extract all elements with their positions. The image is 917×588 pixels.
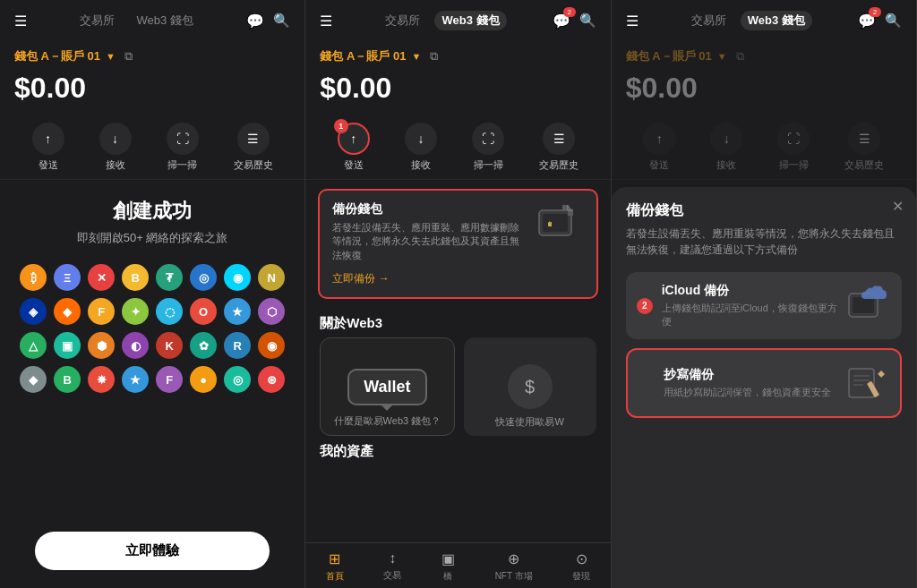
chat-badge-p3: 2 [869,7,881,17]
nav-trade-label: 交易 [383,569,401,582]
chat-icon-p1: 💬 [246,13,264,29]
scan-label-p3: 掃一掃 [779,158,809,172]
scan-btn-p2[interactable]: ⛶ 掃一掃 [472,123,504,172]
chat-badge-p2: 2 [563,7,576,17]
account-dropdown-p1[interactable]: ▼ [106,51,116,62]
svg-rect-4 [853,297,874,313]
hamburger-icon-p3[interactable]: ☰ [626,13,638,30]
panel1-header: ☰ 交易所 Web3 錢包 💬 🔍 [0,0,304,41]
icloud-icon [846,284,891,328]
no-step-spacer [638,375,655,391]
manual-option-desc: 用紙抄寫助記詞保管，錢包資產更安全 [664,386,844,399]
nav-discover[interactable]: ⊙ 發現 [572,550,590,583]
nav-nft[interactable]: ⊕ NFT 市場 [495,550,533,583]
receive-btn-p1[interactable]: ↓ 接收 [99,123,132,172]
send-btn-p1[interactable]: ↑ 發送 [32,123,64,172]
icloud-option-title: iCloud 備份 [662,283,846,299]
search-icon-p3[interactable]: 🔍 [885,13,902,29]
crypto-coin-8: ◈ [20,298,47,325]
history-label-p3: 交易歷史 [844,158,884,172]
panel3-header-right: 💬 2 🔍 [858,13,902,30]
tab-exchange-p2[interactable]: 交易所 [378,11,427,30]
actions-row-p2: 1 ↑ 發送 ↓ 接收 ⛶ 掃一掃 ☰ 交易歷史 [305,115,610,180]
tab-exchange-p1[interactable]: 交易所 [73,11,122,30]
nav-trade[interactable]: ↕ 交易 [383,550,401,583]
start-button[interactable]: 立即體驗 [35,532,270,570]
crypto-coin-30: ◎ [224,366,251,393]
web3-card-how[interactable]: $ 快速使用歐易W [464,337,596,436]
crypto-coin-9: ◆ [54,298,81,325]
crypto-coin-29: ● [190,366,217,393]
crypto-coin-6: ◉ [224,264,251,291]
history-circle-p3: ☰ [848,123,880,155]
crypto-coin-31: ⊛ [258,366,285,393]
copy-icon-p1[interactable]: ⧉ [124,49,133,64]
tab-wallet-p3[interactable]: Web3 錢包 [741,11,812,30]
send-btn-p2[interactable]: 1 ↑ 發送 [338,123,370,172]
scan-circle-p1: ⛶ [167,123,199,155]
bottom-nav-p2: ⊞ 首頁 ↕ 交易 ▣ 橋 ⊕ NFT 市場 ⊙ 發現 [305,542,610,588]
chat-icon-wrap-p3[interactable]: 💬 2 [858,13,876,30]
icloud-option-info: iCloud 備份 上傳錢包助記詞至iCloud，恢復錢包更方便 [662,283,846,328]
panel2-header-center: 交易所 Web3 錢包 [378,11,506,30]
web3-card-what[interactable]: Wallet 什麼是歐易Web3 錢包？ [320,337,454,436]
hamburger-icon[interactable]: ☰ [14,13,27,30]
home-icon: ⊞ [329,550,340,567]
close-button-p3[interactable]: ✕ [892,198,904,215]
nav-nft-label: NFT 市場 [495,570,533,583]
icloud-backup-option[interactable]: 2 iCloud 備份 上傳錢包助記詞至iCloud，恢復錢包更方便 [626,272,902,339]
crypto-coin-24: ◆ [20,366,47,393]
crypto-coin-21: ✿ [190,332,217,359]
backup-card-icon: ! [536,201,584,244]
history-btn-p2[interactable]: ☰ 交易歷史 [539,123,578,172]
panel3-header-center: 交易所 Web3 錢包 [684,11,812,30]
manual-backup-option[interactable]: 抄寫備份 用紙抄寫助記詞保管，錢包資產更安全 [626,348,902,418]
crypto-grid: ₿Ξ✕B₮◎◉N◈◆F✦◌O★⬡△▣⬢◐K✿R◉◆B✸★F●◎⊛ [20,264,285,393]
hamburger-icon-p2[interactable]: ☰ [320,13,332,30]
chat-icon-wrap-p1[interactable]: 💬 [246,13,264,30]
panel2-header-right: 💬 2 🔍 [553,13,596,30]
overlay-desc: 若發生設備丟失、應用重裝等情況，您將永久失去錢包且無法恢復，建議您通過以下方式備… [626,226,902,258]
success-title: 創建成功 [113,198,192,225]
copy-icon-p2[interactable]: ⧉ [430,49,438,64]
nav-bridge[interactable]: ▣ 橋 [441,550,455,583]
scan-btn-p3-dim: ⛶ 掃一掃 [777,123,810,172]
nav-home[interactable]: ⊞ 首頁 [326,550,344,583]
tab-exchange-p3[interactable]: 交易所 [684,11,733,30]
scan-label-p1: 掃一掃 [167,158,197,172]
chat-icon-wrap-p2[interactable]: 💬 2 [553,13,570,30]
nav-bridge-label: 橋 [443,570,452,583]
panel2-header: ☰ 交易所 Web3 錢包 💬 2 🔍 [305,0,610,41]
backup-card-title: 備份錢包 [332,201,527,217]
scan-label-p2: 掃一掃 [474,158,503,172]
balance-p2: $0.00 [305,68,610,115]
crypto-coin-16: △ [20,332,47,359]
wallet-text: Wallet [347,369,426,405]
panel1-header-center: 交易所 Web3 錢包 [73,11,200,30]
tab-wallet-p1[interactable]: Web3 錢包 [129,11,200,30]
receive-btn-p2[interactable]: ↓ 接收 [405,123,437,172]
account-label-p1: 錢包 A－賬戶 01 [14,48,100,64]
history-btn-p1[interactable]: ☰ 交易歷史 [234,123,273,172]
nav-home-label: 首頁 [326,570,344,583]
backup-card-link[interactable]: 立即備份 → [332,272,389,285]
send-label-p1: 發送 [39,158,58,172]
crypto-coin-7: N [258,264,285,291]
step-badge-send: 1 [334,119,348,133]
crypto-coin-23: ◉ [258,332,285,359]
scan-btn-p1[interactable]: ⛶ 掃一掃 [167,123,199,172]
crypto-coin-22: R [224,332,251,359]
backup-card-p2[interactable]: 備份錢包 若發生設備丟失、應用重裝、應用數據刪除等情況，您將永久失去此錢包及其資… [318,189,597,299]
search-icon-p1[interactable]: 🔍 [273,13,290,29]
tab-wallet-p2[interactable]: Web3 錢包 [434,11,506,30]
crypto-coin-12: ◌ [156,298,183,325]
account-label-p3: 錢包 A－賬戶 01 [626,48,712,64]
scan-circle-p3: ⛶ [777,123,810,155]
actions-row-p1: ↑ 發送 ↓ 接收 ⛶ 掃一掃 ☰ 交易歷史 [0,115,304,180]
search-icon-p2[interactable]: 🔍 [579,13,596,29]
backup-overlay: ✕ 備份錢包 若發生設備丟失、應用重裝等情況，您將永久失去錢包且無法恢復，建議您… [612,187,916,588]
crypto-coin-19: ◐ [122,332,149,359]
account-dropdown-p2[interactable]: ▼ [411,51,421,62]
panel2-header-left: ☰ [320,13,332,30]
pencil-icon [844,361,889,405]
